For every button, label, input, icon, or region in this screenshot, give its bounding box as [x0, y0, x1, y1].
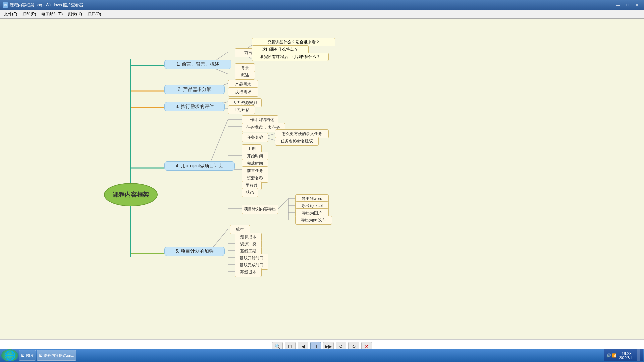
branch-1: 1. 前言、背景、概述 — [164, 60, 231, 69]
systray-icons: 🔊 📶 — [606, 353, 617, 358]
app-icon: 🖼 — [3, 2, 8, 8]
b4-c11-s4: 导出为pdf文件 — [295, 216, 332, 225]
taskbar-viewer[interactable]: 🖼 课程内容框架.pn... — [37, 350, 76, 361]
branch-2: 2. 产品需求分解 — [164, 85, 225, 94]
menu-open[interactable]: 打开(O) — [85, 11, 104, 18]
systray-date: 2020/3/11 — [619, 356, 634, 360]
taskbar: 🌐 🖼 图片 🖼 课程内容框架.pn... 🔊 📶 19:23 2020/3/1… — [0, 349, 644, 362]
branch-5: 5. 项目计划的加强 — [164, 247, 225, 256]
image-viewer-area: 课程内容框架 1. 前言、背景、概述 前言 背景 概述 究竟讲些什么？适合谁来看… — [0, 19, 644, 339]
maximize-button[interactable]: □ — [623, 2, 632, 8]
b1-child-gaishu: 概述 — [235, 71, 255, 80]
minimize-button[interactable]: — — [614, 2, 623, 8]
svg-line-30 — [278, 198, 288, 209]
menu-print[interactable]: 打印(P) — [20, 11, 39, 18]
taskbar-explorer[interactable]: 🖼 图片 — [19, 350, 36, 361]
center-node: 课程内容框架 — [104, 183, 158, 206]
menu-email[interactable]: 电子邮件(E) — [39, 11, 65, 18]
svg-line-16 — [208, 119, 228, 168]
title-bar: 🖼 课程内容框架.png - Windows 照片查看器 — □ ✕ — [0, 0, 644, 10]
close-button[interactable]: ✕ — [633, 2, 641, 8]
systray-time: 19:23 — [622, 351, 632, 356]
show-desktop-button[interactable] — [637, 349, 640, 361]
branch-4: 4. 用project做项目计划 — [164, 161, 235, 171]
b4-c11: 项目计划内容导出 — [241, 205, 278, 214]
window-title: 课程内容框架.png - Windows 照片查看器 — [10, 2, 83, 8]
menu-bar: 文件(F) 打印(P) 电子邮件(E) 刻录(U) 打开(O) — [0, 10, 644, 19]
b4-c3-s2: 任务名称命名建议 — [275, 137, 319, 146]
callout-3: 看完所有课程后，可以收获什么？ — [252, 53, 329, 61]
b5-c6: 基线成本 — [235, 268, 262, 277]
branch-3: 3. 执行需求的评估 — [164, 102, 225, 111]
b4-c10: 状态 — [241, 188, 258, 197]
menu-burn[interactable]: 刻录(U) — [65, 11, 85, 18]
taskbar-viewer-label: 课程内容框架.pn... — [44, 353, 74, 358]
taskbar-explorer-label: 图片 — [26, 353, 34, 358]
b2-child-2: 执行需求 — [228, 87, 258, 97]
b4-c3: 任务名称 — [241, 133, 268, 142]
systray: 🔊 📶 19:23 2020/3/11 — [604, 349, 643, 361]
menu-file[interactable]: 文件(F) — [1, 11, 20, 18]
b3-child-2: 工期评估 — [228, 105, 255, 114]
start-button[interactable]: 🌐 — [1, 349, 18, 361]
connector-lines — [0, 19, 644, 339]
